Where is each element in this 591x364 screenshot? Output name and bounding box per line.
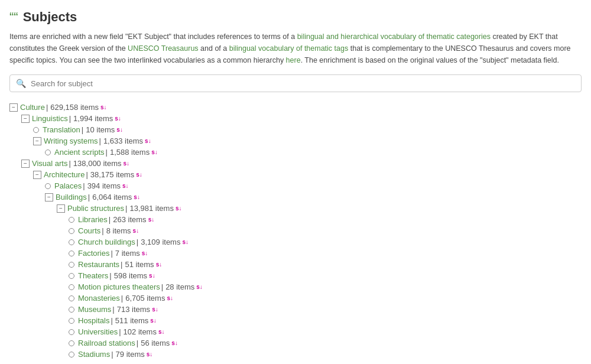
item-label-palaces[interactable]: Palaces	[54, 181, 82, 190]
subject-badge-motion-pictures-theaters[interactable]: s↓	[196, 284, 203, 290]
separator-theaters: |	[109, 271, 111, 280]
separator-writing-systems: |	[99, 136, 101, 145]
toggle-icon-public-structures[interactable]: −	[57, 204, 65, 213]
subject-badge-ancient-scripts[interactable]: s↓	[151, 149, 158, 155]
tree-item-universities: Universities | 102 itemss↓	[9, 326, 582, 337]
item-label-restaurants[interactable]: Restaurants	[78, 260, 119, 269]
item-label-linguistics[interactable]: Linguistics	[32, 114, 68, 123]
item-label-libraries[interactable]: Libraries	[78, 215, 108, 224]
subject-badge-architecture[interactable]: s↓	[136, 171, 142, 178]
item-count-ancient-scripts: 1,588 items	[110, 148, 150, 157]
subject-badge-courts[interactable]: s↓	[133, 228, 139, 234]
link-bilingual-vocab[interactable]: bilingual and hierarchical vocabulary of…	[297, 32, 491, 41]
leaf-icon-church-buildings	[69, 239, 74, 245]
subject-badge-factories[interactable]: s↓	[142, 250, 148, 256]
separator-architecture: |	[86, 170, 87, 179]
leaf-icon-theaters	[69, 273, 74, 279]
subject-badge-universities[interactable]: s↓	[158, 329, 165, 335]
separator-courts: |	[102, 226, 103, 235]
link-unesco[interactable]: UNESCO Treasaurus	[128, 44, 198, 53]
subject-badge-libraries[interactable]: s↓	[148, 216, 155, 223]
tree-item-libraries: Libraries | 263 itemss↓	[9, 214, 582, 225]
subject-badge-church-buildings[interactable]: s↓	[182, 239, 189, 245]
tree-item-museums: Museums | 713 itemss↓	[9, 304, 582, 315]
subject-badge-buildings[interactable]: s↓	[134, 194, 140, 200]
tree-item-writing-systems: −Writing systems | 1,633 itemss↓	[9, 135, 582, 147]
item-count-theaters: 598 items	[114, 271, 147, 280]
item-count-architecture: 38,175 items	[90, 170, 134, 179]
separator-railroad-stations: |	[137, 339, 138, 347]
subject-badge-stadiums[interactable]: s↓	[147, 351, 153, 358]
tree-item-theaters: Theaters | 598 itemss↓	[9, 270, 582, 281]
subject-badge-hospitals[interactable]: s↓	[150, 317, 157, 324]
leaf-icon-motion-pictures-theaters	[69, 284, 74, 290]
tree-item-ancient-scripts: Ancient scripts | 1,588 itemss↓	[9, 147, 582, 158]
item-label-hospitals[interactable]: Hospitals	[78, 316, 109, 325]
item-label-theaters[interactable]: Theaters	[78, 271, 108, 280]
item-label-architecture[interactable]: Architecture	[44, 170, 85, 179]
subject-badge-restaurants[interactable]: s↓	[156, 261, 163, 268]
item-count-buildings: 6,064 items	[92, 193, 132, 202]
toggle-icon-architecture[interactable]: −	[33, 171, 41, 179]
subject-badge-writing-systems[interactable]: s↓	[145, 138, 151, 144]
item-label-motion-pictures-theaters[interactable]: Motion pictures theaters	[78, 282, 160, 291]
subject-badge-railroad-stations[interactable]: s↓	[171, 340, 178, 346]
toggle-icon-buildings[interactable]: −	[45, 193, 53, 202]
link-bilingual-tags[interactable]: bilingual vocabulary of thematic tags	[229, 44, 349, 53]
subject-badge-culture[interactable]: s↓	[100, 104, 107, 110]
item-label-stadiums[interactable]: Stadiums	[78, 350, 110, 359]
leaf-icon-restaurants	[69, 262, 74, 268]
link-here[interactable]: here	[286, 56, 301, 64]
subject-badge-visual-arts[interactable]: s↓	[124, 160, 130, 167]
separator-hospitals: |	[111, 316, 112, 325]
item-label-ancient-scripts[interactable]: Ancient scripts	[54, 148, 105, 157]
subject-badge-public-structures[interactable]: s↓	[176, 205, 182, 212]
subject-badge-translation[interactable]: s↓	[116, 126, 123, 133]
item-label-monasteries[interactable]: Monasteries	[78, 294, 120, 303]
toggle-icon-linguistics[interactable]: −	[21, 115, 30, 123]
toggle-icon-writing-systems[interactable]: −	[33, 137, 41, 145]
item-count-universities: 102 items	[124, 327, 157, 336]
item-count-railroad-stations: 56 items	[141, 339, 170, 347]
subject-badge-theaters[interactable]: s↓	[149, 272, 155, 279]
item-label-universities[interactable]: Universities	[78, 327, 118, 336]
toggle-icon-culture[interactable]: −	[9, 103, 18, 112]
subject-badge-palaces[interactable]: s↓	[122, 183, 129, 189]
item-label-public-structures[interactable]: Public structures	[67, 204, 124, 213]
subject-badge-linguistics[interactable]: s↓	[115, 115, 121, 122]
item-label-church-buildings[interactable]: Church buildings	[78, 238, 135, 246]
subject-badge-museums[interactable]: s↓	[152, 306, 158, 313]
item-label-museums[interactable]: Museums	[78, 305, 111, 314]
separator-public-structures: |	[125, 204, 127, 213]
tree-item-church-buildings: Church buildings | 3,109 itemss↓	[9, 236, 582, 248]
item-count-public-structures: 13,981 items	[129, 204, 173, 213]
item-label-railroad-stations[interactable]: Railroad stations	[78, 339, 135, 347]
item-count-palaces: 394 items	[87, 181, 121, 190]
search-input[interactable]	[31, 79, 575, 88]
tree-item-factories: Factories | 7 itemss↓	[9, 248, 582, 259]
subject-badge-monasteries[interactable]: s↓	[167, 295, 173, 301]
leaf-icon-museums	[69, 307, 74, 313]
tree-item-visual-arts: −Visual arts | 138,000 itemss↓	[9, 158, 582, 169]
description: Items are enriched with a new field "EKT…	[9, 31, 582, 66]
item-count-church-buildings: 3,109 items	[141, 238, 180, 246]
separator-universities: |	[119, 327, 121, 336]
separator-museums: |	[112, 305, 114, 314]
item-count-linguistics: 1,994 items	[73, 114, 113, 123]
tree-item-palaces: Palaces | 394 itemss↓	[9, 180, 582, 191]
leaf-icon-stadiums	[69, 352, 74, 358]
item-label-factories[interactable]: Factories	[78, 249, 109, 258]
item-label-visual-arts[interactable]: Visual arts	[32, 159, 67, 168]
page-title: Subjects	[23, 9, 77, 25]
item-label-translation[interactable]: Translation	[43, 125, 80, 134]
item-count-museums: 713 items	[117, 305, 150, 314]
toggle-icon-visual-arts[interactable]: −	[21, 160, 30, 168]
item-label-culture[interactable]: Culture	[20, 103, 45, 112]
item-label-courts[interactable]: Courts	[78, 226, 100, 235]
item-label-writing-systems[interactable]: Writing systems	[44, 136, 98, 145]
item-count-writing-systems: 1,633 items	[103, 136, 143, 145]
item-count-factories: 7 items	[115, 249, 140, 258]
search-bar: 🔍	[9, 74, 582, 92]
tree-item-public-structures: −Public structures | 13,981 itemss↓	[9, 203, 582, 214]
item-label-buildings[interactable]: Buildings	[56, 193, 87, 202]
